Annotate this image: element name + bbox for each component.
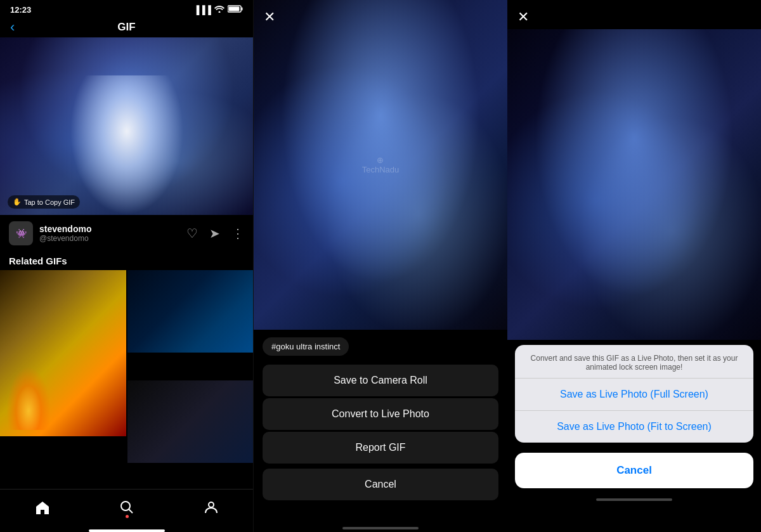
- cancel-button[interactable]: Cancel: [515, 453, 753, 488]
- action-sheet-header: Convert and save this GIF as a Live Phot…: [515, 345, 753, 379]
- close-button[interactable]: ✕: [517, 9, 529, 25]
- cancel-button[interactable]: Cancel: [263, 469, 498, 500]
- notification-dot: [126, 515, 129, 518]
- back-button[interactable]: ‹: [10, 19, 15, 36]
- nav-search[interactable]: [120, 500, 134, 514]
- home-indicator: [89, 529, 165, 532]
- tap-copy-overlay: ✋ Tap to Copy GIF: [8, 195, 80, 209]
- convert-to-live-photo-button[interactable]: Convert to Live Photo: [263, 398, 498, 430]
- related-gifs-label: Related GIFs: [0, 252, 253, 270]
- home-indicator: [596, 498, 672, 501]
- nav-profile[interactable]: [204, 500, 218, 514]
- svg-rect-2: [242, 8, 243, 11]
- signal-icon: ▐▐▐: [193, 5, 211, 15]
- user-display-name: stevendomo: [39, 224, 180, 234]
- home-indicator: [342, 527, 419, 529]
- action-sheet: #goku ultra instinct Save to Camera Roll…: [254, 330, 507, 522]
- hand-icon: ✋: [13, 198, 22, 206]
- more-button[interactable]: ⋮: [231, 226, 244, 241]
- save-full-screen-button[interactable]: Save as Live Photo (Full Screen): [515, 379, 753, 410]
- panel-gif-detail: 12:23 ▐▐▐ ‹ GIF: [0, 0, 254, 532]
- status-time: 12:23: [10, 5, 31, 15]
- user-names: stevendomo @stevendomo: [39, 224, 180, 243]
- user-actions: ♡ ➤ ⋮: [186, 226, 244, 241]
- battery-icon: [228, 5, 243, 15]
- report-gif-button[interactable]: Report GIF: [263, 432, 498, 464]
- share-button[interactable]: ➤: [209, 226, 220, 241]
- panel-live-photo: ✕ Convert and save this GIF as a Live Ph…: [507, 0, 761, 532]
- watermark: ⊕TechNadu: [362, 155, 400, 174]
- nav-header: ‹ GIF: [0, 17, 253, 37]
- related-gifs-grid: [0, 270, 253, 489]
- related-gif-item[interactable]: [127, 270, 254, 353]
- bottom-navigation: [0, 489, 253, 527]
- close-area: ✕: [507, 0, 761, 29]
- main-gif-image[interactable]: ✋ Tap to Copy GIF: [0, 37, 253, 215]
- related-gif-item[interactable]: [127, 380, 254, 463]
- svg-point-4: [121, 502, 130, 510]
- related-gif-item[interactable]: [0, 270, 126, 436]
- goku-figure: [70, 75, 184, 215]
- gif-preview-image: [507, 29, 761, 340]
- svg-line-5: [129, 509, 133, 513]
- svg-point-0: [219, 11, 221, 13]
- svg-point-6: [209, 502, 214, 507]
- status-icons: ▐▐▐: [193, 5, 243, 15]
- like-button[interactable]: ♡: [186, 226, 198, 241]
- wifi-icon: [214, 5, 224, 15]
- save-to-camera-roll-button[interactable]: Save to Camera Roll: [263, 365, 498, 396]
- close-button[interactable]: ✕: [264, 9, 275, 25]
- nav-home[interactable]: [35, 500, 50, 514]
- page-title: GIF: [117, 21, 135, 34]
- gif-preview-image: ⊕TechNadu: [254, 0, 507, 330]
- save-fit-screen-button[interactable]: Save as Live Photo (Fit to Screen): [515, 410, 753, 443]
- ios-action-sheet: Convert and save this GIF as a Live Phot…: [515, 345, 753, 443]
- status-bar: 12:23 ▐▐▐: [0, 0, 253, 17]
- avatar: 👾: [9, 221, 33, 245]
- user-handle: @stevendomo: [39, 234, 180, 243]
- panel-action-sheet: ✕ ⊕TechNadu #goku ultra instinct Save to…: [254, 0, 507, 532]
- tag-chip: #goku ultra instinct: [263, 337, 349, 356]
- svg-rect-3: [229, 7, 240, 11]
- cancel-sheet: Cancel: [515, 453, 753, 488]
- user-info-bar: 👾 stevendomo @stevendomo ♡ ➤ ⋮: [0, 215, 253, 252]
